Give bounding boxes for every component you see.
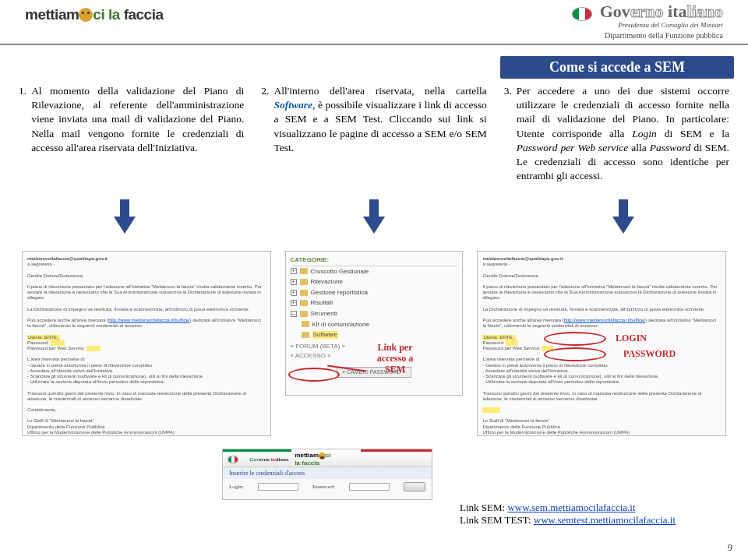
logo-mettiamoci: mettiamci la faccia (25, 6, 164, 23)
ellipse-icon (544, 332, 606, 346)
page-number: 9 (728, 542, 732, 554)
department-label: Dipartimento della Funzione pubblica (572, 31, 723, 40)
utente-highlight: Utente: ENTE_ (482, 335, 515, 340)
flag-icon (572, 7, 592, 21)
password-input[interactable] (349, 483, 390, 491)
flag-icon (228, 456, 238, 463)
ellipse-icon (544, 347, 606, 361)
step-3: 3. Per accedere a uno dei due sistemi oc… (504, 84, 729, 184)
bottom-links: Link SEM: www.sem.mettiamocilafaccia.it … (460, 502, 676, 527)
screenshot-login-form: Governo italiano mettiamci la faccia Ins… (222, 449, 432, 500)
logo-governo: Governo italiano Presidenza del Consigli… (572, 3, 723, 40)
step-2: 2. All'interno dell'area riservata, nell… (261, 84, 486, 184)
callout-link-sem: Link per accesso a SEM (368, 343, 422, 375)
steps-row: 1.Al momento della validazione del Piano… (19, 84, 729, 184)
link-sem[interactable]: www.sem.mettiamocilafaccia.it (507, 502, 635, 513)
callout-password: PASSWORD (623, 349, 676, 360)
login-input[interactable] (258, 483, 298, 491)
callout-login: LOGIN (616, 333, 647, 344)
screenshot-email: mettiamocilafaccia@qualitapa.gov.it a se… (22, 251, 271, 436)
smiley-icon (79, 8, 93, 22)
arrow-down-icon (363, 217, 385, 234)
arrow-down-icon (612, 217, 634, 234)
tree-list: +Cruscotto Gestionale +Rilevazione +Gest… (291, 266, 458, 340)
section-title: Come si accede a SEM (500, 56, 734, 79)
gov-subtitle: Presidenza del Consiglio dei Ministri (572, 21, 723, 29)
link-sem-test[interactable]: www.semtest.mettiamocilafaccia.it (534, 514, 676, 526)
step-1: 1.Al momento della validazione del Piano… (19, 84, 244, 184)
submit-button[interactable] (404, 482, 425, 491)
ellipse-icon (288, 368, 340, 382)
screenshot-email-credentials: mettiamocilafaccia@qualitapa.gov.it a se… (477, 251, 726, 436)
arrow-down-icon (114, 217, 136, 234)
smiley-icon (319, 453, 326, 460)
arrows-row (0, 217, 748, 234)
page-header: mettiamci la faccia Governo italiano Pre… (0, 0, 748, 45)
tree-software-link[interactable]: Software (312, 331, 339, 339)
